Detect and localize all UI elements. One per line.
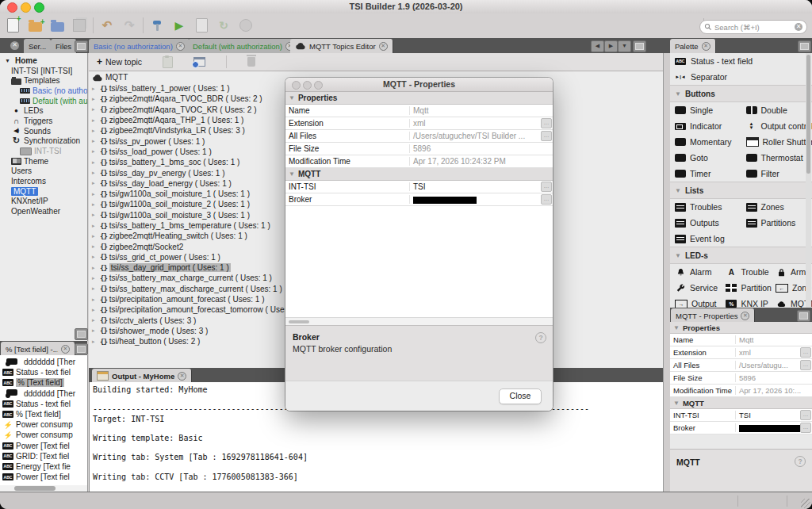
palette-section-leds[interactable]: ▼LED-s — [670, 247, 812, 264]
sidebar-item[interactable]: Theme — [0, 156, 87, 166]
field-list-item[interactable]: Power [Text fiel — [0, 472, 87, 482]
expand-arrow-icon[interactable]: ▸ — [92, 265, 98, 271]
palette-item-troubles-list[interactable]: Troubles — [670, 199, 741, 215]
export-table-icon[interactable] — [193, 57, 205, 67]
edit-property-button[interactable]: … — [541, 118, 552, 128]
property-value[interactable] — [410, 195, 541, 204]
expand-arrow-icon[interactable]: ▸ — [92, 297, 98, 303]
debug-button[interactable] — [193, 17, 210, 34]
redo-button[interactable] — [121, 17, 138, 34]
scrollbar-thumb[interactable] — [14, 486, 56, 491]
expand-arrow-icon[interactable]: ▸ — [92, 233, 98, 239]
edit-property-button[interactable]: … — [800, 360, 811, 370]
expand-arrow-icon[interactable]: ▸ — [92, 223, 98, 229]
close-button[interactable]: Close — [499, 388, 542, 404]
sidebar-item[interactable]: Sounds — [0, 126, 87, 136]
palette-section-lists[interactable]: ▼Lists — [670, 182, 812, 199]
help-icon[interactable]: ? — [535, 332, 546, 343]
property-section-header[interactable]: ▼Properties — [285, 92, 553, 105]
palette-item-output-control[interactable]: Output control — [741, 118, 812, 134]
expand-arrow-icon[interactable]: ▸ — [92, 148, 98, 155]
sidebar-item[interactable]: Basic (no authorization) — [0, 86, 87, 96]
field-list-item[interactable]: GRID: [Text fiel — [0, 451, 87, 461]
expand-arrow-icon[interactable]: ▸ — [92, 339, 98, 345]
tab-palette[interactable]: Palette ✕ — [670, 39, 716, 53]
palette-item-output-led[interactable]: Output — [670, 296, 721, 308]
close-tab-icon[interactable]: ✕ — [176, 42, 185, 51]
expand-arrow-icon[interactable]: ▸ — [92, 317, 98, 323]
float-properties-icon[interactable] — [797, 310, 810, 322]
palette-item-timer[interactable]: Timer — [670, 166, 741, 182]
tab-services[interactable]: Ser... — [24, 39, 52, 53]
sidebar-item[interactable]: Users — [0, 166, 87, 177]
palette-item-partition-led[interactable]: Partition — [721, 280, 771, 296]
property-value[interactable]: /Users/atuguchev/TSI Builder ... — [410, 132, 541, 140]
float-fields-panel-icon[interactable] — [75, 343, 88, 355]
refresh-button[interactable] — [215, 17, 232, 34]
tab-list-dropdown-icon[interactable]: ▼ — [618, 40, 631, 52]
palette-scrollbar[interactable] — [806, 53, 811, 308]
tab-mqtt-topics-editor[interactable]: MQTT Topics Editor ✕ — [290, 39, 393, 53]
palette-item-alarm-led[interactable]: Alarm — [670, 264, 721, 280]
property-value[interactable]: 5896 — [736, 373, 812, 382]
new-project-button[interactable] — [26, 17, 44, 34]
palette-item-goto-button[interactable]: Goto — [670, 150, 741, 166]
field-list-item[interactable]: ddddddd [Ther — [0, 357, 87, 367]
close-tab-icon[interactable]: ✕ — [379, 42, 388, 51]
edit-property-button[interactable]: … — [800, 423, 811, 433]
expand-arrow-icon[interactable]: ▸ — [92, 201, 98, 208]
palette-item-service-led[interactable]: Service — [670, 280, 721, 296]
field-list-item[interactable]: Energy [Text fie — [0, 461, 87, 472]
sidebar-item[interactable]: Triggers — [0, 116, 87, 126]
field-list-item[interactable]: Power [Text fiel — [0, 441, 87, 451]
tab-default-template[interactable]: Default (with authorization) ✕ — [188, 39, 300, 53]
scroll-tabs-right-icon[interactable]: ▶ — [604, 40, 618, 52]
fields-horizontal-scrollbar[interactable] — [0, 485, 88, 492]
property-value[interactable]: 5896 — [410, 144, 553, 153]
run-button[interactable] — [170, 17, 188, 34]
edit-property-button[interactable]: … — [541, 182, 552, 192]
edit-property-button[interactable]: … — [800, 347, 811, 358]
palette-section-buttons[interactable]: ▼Buttons — [670, 85, 812, 102]
close-tab-icon[interactable]: ✕ — [178, 372, 186, 381]
sidebar-item[interactable]: Intercoms — [0, 176, 87, 186]
field-list-item[interactable]: Status - text fiel — [0, 367, 87, 377]
clear-search-icon[interactable]: ✕ — [795, 23, 802, 31]
float-palette-icon[interactable] — [798, 40, 811, 52]
property-value[interactable]: TSI — [736, 411, 800, 419]
expand-arrow-icon[interactable]: ▸ — [92, 138, 98, 144]
palette-item-event-log[interactable]: Event log — [670, 231, 741, 247]
sidebar-item[interactable]: Home — [0, 55, 87, 66]
property-section-header[interactable]: ▼MQTT — [670, 397, 812, 409]
property-value[interactable]: Mqtt — [736, 335, 812, 344]
palette-item-single-button[interactable]: Single — [670, 102, 741, 118]
new-file-button[interactable] — [4, 17, 21, 34]
palette-item-momentary-button[interactable]: Momentary — [670, 134, 741, 150]
close-tab-icon[interactable]: ✕ — [741, 312, 749, 320]
palette-item-zones-list[interactable]: Zones — [741, 199, 812, 215]
field-list-item[interactable]: % [Text field] — [0, 409, 87, 419]
property-value[interactable]: xml — [736, 348, 800, 357]
expand-arrow-icon[interactable]: ▸ — [92, 106, 98, 113]
property-value[interactable]: xml — [410, 119, 541, 128]
deploy-button[interactable] — [237, 17, 255, 34]
sidebar-item[interactable]: Default (with authorization) — [0, 96, 87, 106]
palette-item-partitions-list[interactable]: Partitions — [741, 215, 812, 231]
close-tab-icon[interactable]: ✕ — [702, 42, 710, 51]
save-all-button[interactable] — [71, 17, 88, 34]
expand-arrow-icon[interactable]: ▸ — [92, 117, 98, 124]
sidebar-item[interactable]: Synchronization — [0, 136, 87, 147]
expand-arrow-icon[interactable]: ▸ — [92, 86, 98, 92]
new-topic-button[interactable]: + New topic — [97, 56, 142, 67]
close-tab-icon[interactable]: ✕ — [61, 345, 70, 354]
palette-item-roller-shutter[interactable]: Roller Shutter — [741, 134, 812, 150]
property-value[interactable]: Apr 17, 2026 10:... — [736, 386, 812, 395]
help-icon[interactable]: ? — [795, 456, 806, 467]
expand-arrow-icon[interactable]: ▸ — [92, 212, 98, 218]
edit-property-button[interactable]: … — [541, 194, 552, 205]
expand-arrow-icon[interactable]: ▸ — [92, 96, 98, 102]
sidebar-item[interactable]: OpenWeather — [0, 206, 87, 216]
field-list-item[interactable]: ddddddd [Ther — [0, 388, 87, 399]
paste-icon[interactable] — [163, 56, 173, 68]
build-button[interactable] — [148, 17, 166, 34]
